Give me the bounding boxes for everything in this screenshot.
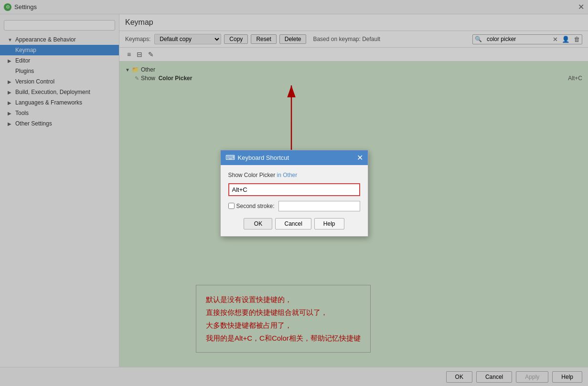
modal-desc-action: Show Color Picker	[228, 172, 276, 178]
modal-icon: ⌨	[225, 154, 235, 161]
modal-description: Show Color Picker in Other	[228, 172, 360, 178]
second-stroke-label: Second stroke:	[228, 203, 275, 209]
modal-desc-group: in Other	[277, 172, 298, 178]
shortcut-input-wrap	[228, 183, 360, 196]
shortcut-input[interactable]	[228, 183, 360, 196]
modal-cancel-button[interactable]: Cancel	[275, 218, 311, 230]
modal-actions: OK Cancel Help	[228, 218, 360, 230]
second-stroke-label-text: Second stroke:	[236, 203, 275, 209]
modal-ok-button[interactable]: OK	[244, 218, 272, 230]
modal-close-button[interactable]: ✕	[357, 153, 363, 162]
modal-overlay: ⌨ Keyboard Shortcut ✕ Show Color Picker …	[0, 0, 588, 386]
second-stroke-row: Second stroke:	[228, 201, 360, 211]
second-stroke-input[interactable]	[278, 201, 360, 211]
modal-help-button[interactable]: Help	[314, 218, 344, 230]
modal-body: Show Color Picker in Other Second stroke…	[221, 165, 368, 236]
keyboard-shortcut-dialog: ⌨ Keyboard Shortcut ✕ Show Color Picker …	[220, 150, 368, 237]
second-stroke-checkbox[interactable]	[228, 203, 235, 209]
modal-title-bar: ⌨ Keyboard Shortcut ✕	[221, 150, 368, 165]
modal-title-bar-left: ⌨ Keyboard Shortcut	[225, 154, 289, 161]
modal-title: Keyboard Shortcut	[238, 154, 289, 161]
